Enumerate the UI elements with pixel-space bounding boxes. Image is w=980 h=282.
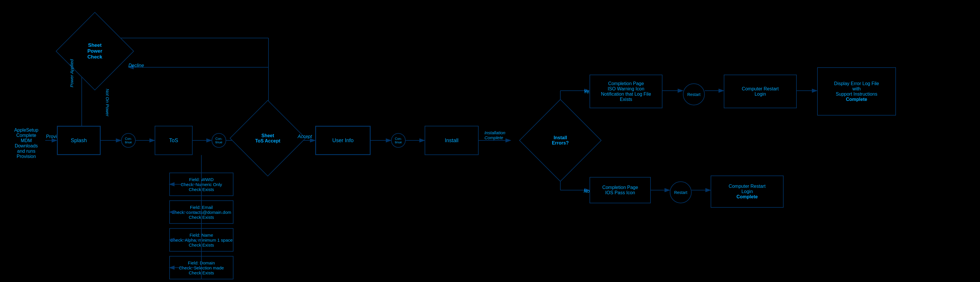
restart-1-text: Restart bbox=[687, 92, 700, 97]
completion-page-error-text: Completion Page ISO Warning Icon Notific… bbox=[601, 81, 651, 102]
apple-setup-node: AppleSetup Complete MDM Downloads and ru… bbox=[6, 126, 47, 161]
sheet-tos-accept-text: Sheet ToS Accept bbox=[255, 133, 280, 144]
continue-1-text: Con-tinue bbox=[125, 137, 132, 144]
continue-circle-1: Con-tinue bbox=[121, 133, 136, 148]
user-info-text: User Info bbox=[332, 138, 353, 144]
splash-text: Splash bbox=[71, 138, 87, 144]
restart-2-text: Restart bbox=[674, 190, 687, 195]
field-wwid-node: Field: WWID Check: Numeric Only Check Ex… bbox=[169, 173, 234, 196]
field-name-node: Field: Name Check: Alpha, minimum 1 spac… bbox=[169, 228, 234, 252]
continue-3-text: Con-tinue bbox=[395, 137, 402, 144]
splash-node: Splash bbox=[57, 126, 101, 155]
decline-label: Decline bbox=[129, 63, 144, 68]
install-text: Install bbox=[445, 138, 458, 144]
computer-restart-login-error-text: Computer Restart Login bbox=[742, 86, 779, 97]
flowchart-arrows bbox=[0, 0, 980, 282]
completion-page-pass-node: Completion Page IOS Pass Icon bbox=[590, 177, 651, 203]
computer-restart-login-pass-text: Computer Restart Login Complete bbox=[729, 184, 765, 200]
sheet-tos-accept-diamond: Sheet ToS Accept bbox=[241, 111, 295, 165]
continue-circle-3: Con-tinue bbox=[391, 133, 406, 148]
field-connectors bbox=[0, 0, 980, 282]
sheet-power-check-text: Sheet Power Check bbox=[87, 42, 102, 60]
field-email-text: Field: Email Check: contacts@domain.dom … bbox=[172, 205, 231, 220]
field-name-text: Field: Name Check: Alpha, minimum 1 spac… bbox=[170, 232, 232, 247]
installation-complete-label: Installation Complete bbox=[484, 130, 506, 140]
power-applied-label: Power Applied bbox=[69, 59, 74, 87]
tos-node: ToS bbox=[155, 126, 192, 155]
continue-2-text: Con-tinue bbox=[215, 137, 223, 144]
completion-page-error-node: Completion Page ISO Warning Icon Notific… bbox=[590, 75, 662, 108]
not-on-power-label: Not On Power bbox=[105, 89, 110, 117]
flowchart-diagram: AppleSetup Complete MDM Downloads and ru… bbox=[0, 0, 980, 282]
field-domain-node: Field: Domain Check: Selection made Chec… bbox=[169, 256, 234, 279]
field-wwid-text: Field: WWID Check: Numeric Only Check Ex… bbox=[181, 177, 222, 192]
tos-text: ToS bbox=[169, 138, 178, 144]
continue-circle-2: Con-tinue bbox=[212, 133, 226, 148]
computer-restart-login-error-node: Computer Restart Login bbox=[724, 75, 797, 108]
install-errors-text: Install Errors? bbox=[552, 135, 569, 146]
display-error-log-node: Display Error Log File with Support Inst… bbox=[817, 67, 896, 115]
completion-page-pass-text: Completion Page IOS Pass Icon bbox=[602, 185, 638, 195]
accept-label: Accept bbox=[298, 134, 312, 139]
field-domain-text: Field: Domain Check: Selection made Chec… bbox=[179, 260, 224, 275]
no-label: No bbox=[584, 189, 590, 194]
display-error-log-text: Display Error Log File with Support Inst… bbox=[834, 81, 879, 102]
install-node: Install bbox=[425, 126, 479, 155]
restart-circle-1: Restart bbox=[683, 83, 705, 105]
field-email-node: Field: Email Check: contacts@domain.dom … bbox=[169, 200, 234, 224]
sheet-power-check-diamond: Sheet Power Check bbox=[67, 23, 123, 79]
restart-circle-2: Restart bbox=[670, 181, 692, 203]
computer-restart-login-pass-node: Computer Restart Login Complete bbox=[711, 176, 784, 208]
user-info-node: User Info bbox=[315, 126, 371, 155]
install-errors-diamond: Install Errors? bbox=[531, 111, 590, 170]
apple-setup-text: AppleSetup Complete MDM Downloads and ru… bbox=[14, 128, 38, 159]
